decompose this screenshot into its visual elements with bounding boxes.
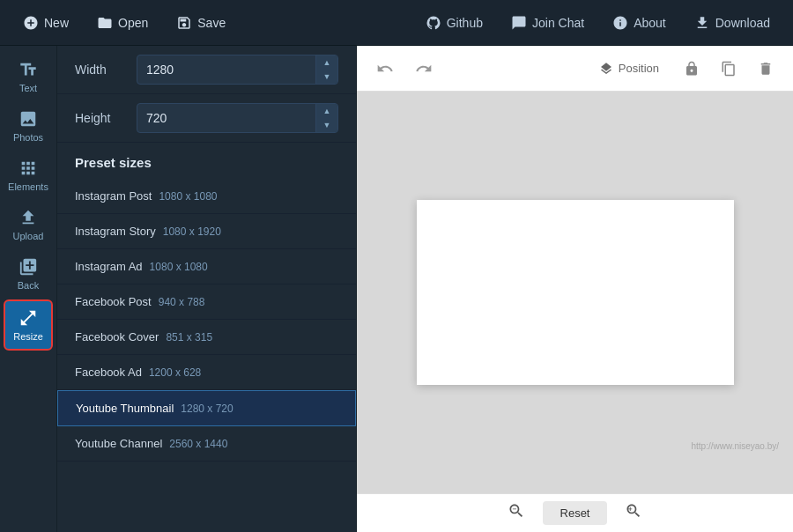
width-spinners: ▲ ▼ [315, 55, 337, 84]
lock-icon [684, 61, 700, 77]
joinchat-button[interactable]: Join Chat [499, 10, 597, 36]
folder-icon [97, 15, 113, 31]
preset-size: 1200 x 628 [149, 366, 201, 379]
preset-name: Facebook Ad [75, 366, 142, 379]
text-icon [19, 60, 38, 79]
zoom-in-icon [625, 502, 642, 520]
preset-youtube-channel[interactable]: Youtube Channel 2560 x 1440 [57, 426, 356, 462]
sidebar-item-elements[interactable]: Elements [4, 151, 53, 199]
preset-name: Instagram Post [75, 189, 152, 203]
sidebar-item-back[interactable]: Back [4, 250, 53, 298]
canvas-white [417, 200, 734, 385]
height-up-button[interactable]: ▲ [316, 104, 337, 118]
elements-icon [19, 159, 38, 178]
width-input-wrap: ▲ ▼ [137, 55, 338, 85]
preset-size: 851 x 315 [166, 331, 212, 344]
sidebar-item-resize[interactable]: Resize [4, 299, 53, 351]
new-button[interactable]: New [11, 10, 81, 36]
width-up-button[interactable]: ▲ [316, 55, 337, 70]
github-icon [426, 15, 441, 31]
upload-icon [19, 208, 38, 227]
sidebar-item-text[interactable]: Text [4, 53, 53, 100]
undo-icon [376, 60, 394, 78]
preset-size: 1080 x 1080 [150, 261, 208, 273]
text-label: Text [19, 83, 37, 93]
zoom-out-icon [508, 502, 525, 520]
lock-button[interactable] [678, 55, 705, 82]
redo-icon [415, 60, 433, 78]
preset-name: Instagram Story [75, 225, 156, 238]
preset-name: Facebook Post [75, 295, 152, 308]
save-button[interactable]: Save [164, 10, 238, 36]
layers-icon [599, 62, 613, 76]
height-down-button[interactable]: ▼ [316, 118, 337, 132]
preset-instagram-story[interactable]: Instagram Story 1080 x 1920 [57, 214, 356, 249]
copy-button[interactable] [715, 55, 742, 82]
preset-name: Instagram Ad [75, 260, 143, 273]
download-icon [694, 15, 710, 31]
height-input-wrap: ▲ ▼ [137, 103, 338, 133]
back-icon [19, 257, 38, 277]
redo-button[interactable] [410, 55, 438, 83]
nav-left: New Open Save [11, 10, 238, 36]
preset-instagram-ad[interactable]: Instagram Ad 1080 x 1080 [57, 249, 356, 284]
about-label: About [634, 16, 666, 30]
github-label: Github [447, 16, 483, 30]
height-label: Height [75, 111, 137, 125]
position-button[interactable]: Position [590, 56, 668, 81]
height-row: Height ▲ ▼ [57, 94, 356, 143]
save-icon [176, 15, 192, 31]
preset-size: 940 x 788 [159, 296, 205, 308]
back-label: Back [18, 280, 39, 291]
height-spinners: ▲ ▼ [315, 104, 337, 132]
resize-label: Resize [13, 331, 43, 342]
watermark: http://www.niseyao.by/ [692, 441, 780, 451]
chat-icon [511, 15, 527, 31]
preset-facebook-post[interactable]: Facebook Post 940 x 788 [57, 284, 356, 320]
preset-size: 1080 x 1920 [163, 225, 221, 238]
preset-name: Facebook Cover [75, 330, 159, 344]
width-input[interactable] [137, 57, 315, 82]
joinchat-label: Join Chat [532, 16, 584, 30]
preset-facebook-cover[interactable]: Facebook Cover 851 x 315 [57, 320, 356, 355]
zoom-out-button[interactable] [500, 499, 532, 528]
preset-youtube-thumbnail[interactable]: Youtube Thumbnail 1280 x 720 [57, 390, 356, 426]
preset-instagram-post[interactable]: Instagram Post 1080 x 1080 [57, 179, 356, 214]
resize-icon [19, 308, 38, 328]
preset-facebook-ad[interactable]: Facebook Ad 1200 x 628 [57, 355, 356, 390]
top-navigation: New Open Save Github Join Chat [0, 0, 793, 46]
canvas-area: Position http://www.niseyao.by/ Reset [357, 46, 793, 532]
position-label: Position [619, 62, 659, 75]
photos-label: Photos [13, 132, 43, 143]
delete-icon [758, 61, 774, 77]
upload-label: Upload [13, 231, 44, 241]
copy-icon [721, 61, 737, 77]
height-input[interactable] [137, 106, 315, 130]
download-label: Download [715, 16, 770, 30]
delete-button[interactable] [752, 55, 779, 82]
width-label: Width [75, 63, 137, 77]
width-down-button[interactable]: ▼ [316, 70, 337, 84]
photos-icon [19, 109, 38, 129]
canvas-toolbar: Position [357, 46, 793, 92]
github-button[interactable]: Github [413, 10, 495, 36]
preset-size: 2560 x 1440 [169, 438, 227, 450]
preset-size: 1280 x 720 [181, 403, 233, 415]
about-button[interactable]: About [600, 10, 678, 36]
sidebar-item-photos[interactable]: Photos [4, 102, 53, 150]
nav-right: Github Join Chat About Download [413, 10, 782, 36]
reset-label: Reset [560, 506, 590, 520]
reset-button[interactable]: Reset [543, 501, 608, 525]
canvas-content: http://www.niseyao.by/ [357, 92, 793, 493]
undo-button[interactable] [371, 55, 399, 83]
zoom-in-button[interactable] [618, 499, 649, 528]
preset-size: 1080 x 1080 [159, 190, 217, 203]
download-button[interactable]: Download [682, 10, 782, 36]
open-button[interactable]: Open [85, 10, 160, 36]
icon-sidebar: Text Photos Elements Upload Back Resize [0, 46, 57, 532]
panel: Width ▲ ▼ Height ▲ ▼ Preset sizes [57, 46, 357, 532]
save-label: Save [197, 16, 226, 30]
preset-name: Youtube Channel [75, 437, 162, 450]
elements-label: Elements [8, 181, 48, 192]
sidebar-item-upload[interactable]: Upload [4, 201, 53, 248]
